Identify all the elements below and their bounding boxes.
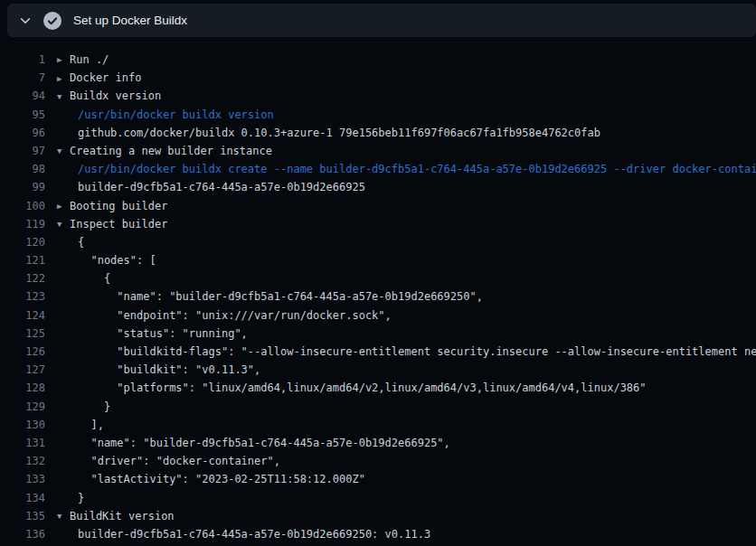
actions-log-viewer: Set up Docker Buildx 1 ▶Run ./ 7 ▶Docker…: [0, 0, 756, 546]
log-text: ▶Docker info: [45, 69, 141, 87]
line-number[interactable]: 134: [0, 489, 45, 507]
line-number[interactable]: 96: [0, 124, 45, 142]
log-text: }: [45, 489, 84, 507]
log-line: 123 "name": "builder-d9cfb5a1-c764-445a-…: [0, 287, 756, 306]
check-circle-icon: [43, 12, 61, 30]
log-text: ▶Run ./: [45, 51, 109, 69]
line-number[interactable]: 121: [0, 251, 45, 269]
log-text: ▼Buildx version: [45, 87, 161, 105]
triangle-down-icon[interactable]: ▼: [57, 215, 70, 233]
line-number[interactable]: 94: [0, 87, 45, 105]
log-text: "name": "builder-d9cfb5a1-c764-445a-a57e…: [45, 287, 483, 306]
log-text: ▼Creating a new builder instance: [45, 142, 272, 160]
log-line: 96 github.com/docker/buildx 0.10.3+azure…: [0, 124, 756, 142]
log-lines: 1 ▶Run ./ 7 ▶Docker info 94 ▼Buildx vers…: [0, 37, 756, 546]
log-text: {: [45, 233, 84, 251]
line-number[interactable]: 135: [0, 507, 45, 525]
log-text: "endpoint": "unix:///var/run/docker.sock…: [45, 306, 392, 325]
line-number[interactable]: 119: [0, 215, 45, 233]
group-title: Run ./: [70, 53, 109, 66]
log-line: 128 "platforms": "linux/amd64,linux/amd6…: [0, 379, 756, 397]
line-number[interactable]: 98: [0, 160, 45, 178]
line-number[interactable]: 7: [0, 69, 45, 87]
log-text: "buildkit": "v0.11.3",: [45, 361, 260, 379]
log-text: ▶Booting builder: [45, 197, 167, 215]
line-number[interactable]: 131: [0, 434, 45, 452]
line-number[interactable]: 133: [0, 470, 45, 488]
log-line[interactable]: 100 ▶Booting builder: [0, 197, 756, 215]
log-text: ▼BuildKit version: [45, 507, 175, 525]
line-number[interactable]: 97: [0, 142, 45, 160]
log-line: 125 "status": "running",: [0, 325, 756, 343]
triangle-down-icon[interactable]: ▼: [57, 507, 70, 525]
log-text: "lastActivity": "2023-02-25T11:58:12.000…: [45, 470, 365, 488]
log-line[interactable]: 7 ▶Docker info: [0, 69, 756, 87]
group-title: Docker info: [70, 71, 141, 84]
line-number[interactable]: 1: [0, 51, 45, 69]
log-text: "status": "running",: [45, 325, 248, 343]
line-number[interactable]: 124: [0, 306, 45, 325]
log-text: "name": "builder-d9cfb5a1-c764-445a-a57e…: [45, 434, 450, 452]
log-text: {: [45, 269, 110, 287]
log-line: 98 /usr/bin/docker buildx create --name …: [0, 160, 756, 178]
line-number[interactable]: 122: [0, 269, 45, 287]
log-line[interactable]: 135 ▼BuildKit version: [0, 507, 756, 525]
line-number[interactable]: 129: [0, 398, 45, 416]
line-number[interactable]: 95: [0, 106, 45, 124]
line-number[interactable]: 127: [0, 361, 45, 379]
log-line: 121 "nodes": [: [0, 251, 756, 269]
log-text: ],: [45, 416, 104, 434]
log-line: 129 }: [0, 398, 756, 416]
line-number[interactable]: 120: [0, 233, 45, 251]
group-title: Inspect builder: [70, 218, 167, 231]
log-text: builder-d9cfb5a1-c764-445a-a57e-0b19d2e6…: [45, 178, 365, 196]
log-line: 124 "endpoint": "unix:///var/run/docker.…: [0, 306, 756, 325]
log-text: ▼Inspect builder: [45, 215, 167, 233]
group-title: Buildx version: [70, 89, 161, 102]
line-number[interactable]: 123: [0, 287, 45, 306]
log-text: "buildkitd-flags": "--allow-insecure-ent…: [45, 343, 756, 361]
log-line[interactable]: 119 ▼Inspect builder: [0, 215, 756, 233]
log-text: github.com/docker/buildx 0.10.3+azure-1 …: [45, 124, 600, 142]
log-line: 95 /usr/bin/docker buildx version: [0, 106, 756, 124]
step-header[interactable]: Set up Docker Buildx: [7, 4, 756, 37]
log-line[interactable]: 97 ▼Creating a new builder instance: [0, 142, 756, 160]
log-line: 133 "lastActivity": "2023-02-25T11:58:12…: [0, 470, 756, 488]
line-number[interactable]: 126: [0, 343, 45, 361]
triangle-right-icon[interactable]: ▶: [57, 197, 70, 215]
line-number[interactable]: 136: [0, 525, 45, 543]
group-title: Booting builder: [70, 200, 167, 212]
log-line: 127 "buildkit": "v0.11.3",: [0, 361, 756, 379]
log-text: /usr/bin/docker buildx create --name bui…: [45, 160, 756, 178]
log-line: 134 }: [0, 489, 756, 507]
group-title: Creating a new builder instance: [70, 145, 272, 157]
chevron-down-icon[interactable]: [19, 14, 32, 27]
log-text: "platforms": "linux/amd64,linux/amd64/v2…: [45, 379, 647, 397]
line-number[interactable]: 100: [0, 197, 45, 215]
log-line: 126 "buildkitd-flags": "--allow-insecure…: [0, 343, 756, 361]
line-number[interactable]: 128: [0, 379, 45, 397]
triangle-right-icon[interactable]: ▶: [57, 70, 70, 88]
triangle-down-icon[interactable]: ▼: [57, 88, 70, 106]
step-title: Set up Docker Buildx: [73, 14, 187, 27]
log-line[interactable]: 1 ▶Run ./: [0, 51, 756, 69]
log-line: 122 {: [0, 269, 756, 287]
triangle-right-icon[interactable]: ▶: [57, 51, 70, 69]
group-title: BuildKit version: [70, 510, 175, 522]
line-number[interactable]: 125: [0, 325, 45, 343]
triangle-down-icon[interactable]: ▼: [57, 142, 70, 160]
line-number[interactable]: 99: [0, 178, 45, 196]
log-line: 132 "driver": "docker-container",: [0, 452, 756, 470]
log-line: 136 builder-d9cfb5a1-c764-445a-a57e-0b19…: [0, 525, 756, 543]
line-number[interactable]: 132: [0, 452, 45, 470]
log-line: 130 ],: [0, 416, 756, 434]
log-line: 131 "name": "builder-d9cfb5a1-c764-445a-…: [0, 434, 756, 452]
line-number[interactable]: 130: [0, 416, 45, 434]
log-line: 99 builder-d9cfb5a1-c764-445a-a57e-0b19d…: [0, 178, 756, 196]
log-text: "driver": "docker-container",: [45, 452, 280, 470]
log-text: builder-d9cfb5a1-c764-445a-a57e-0b19d2e6…: [45, 525, 430, 543]
log-line[interactable]: 94 ▼Buildx version: [0, 87, 756, 105]
log-line: 120 {: [0, 233, 756, 251]
log-text: }: [45, 398, 110, 416]
log-text: /usr/bin/docker buildx version: [45, 106, 274, 124]
